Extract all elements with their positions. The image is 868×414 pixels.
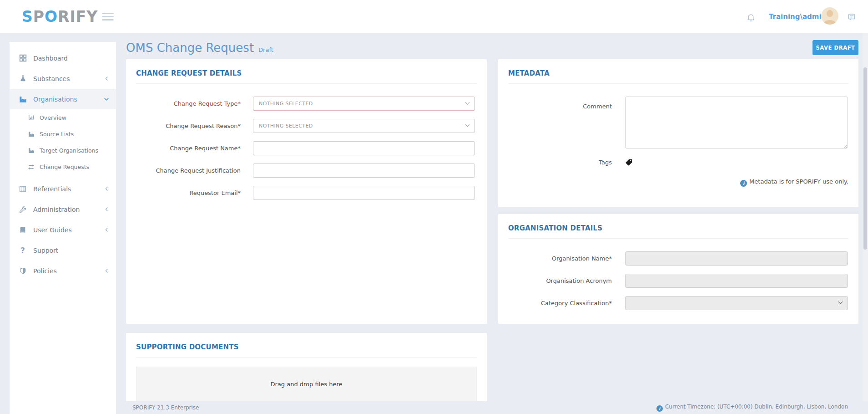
factory-icon <box>27 130 35 138</box>
panel-title: METADATA <box>508 69 848 77</box>
factory-icon <box>18 95 27 104</box>
sidebar-item-organisations[interactable]: Organisations <box>10 89 116 109</box>
list-table-icon <box>18 184 27 194</box>
sidebar-item-administration[interactable]: Administration <box>10 199 116 220</box>
sidebar-item-policies[interactable]: Policies <box>10 261 116 281</box>
select-value: NOTHING SELECTED <box>259 123 313 129</box>
change-request-justification-input[interactable] <box>253 164 475 178</box>
chevron-down-icon <box>465 123 470 127</box>
top-header: SPORIFY Training\admin <box>0 0 868 33</box>
sidebar-subitem-label: Source Lists <box>40 131 74 138</box>
field-label-organisation-name: Organisation Name* <box>508 255 612 262</box>
divider <box>136 83 477 84</box>
sidebar-subitem-source-lists[interactable]: Source Lists <box>10 126 116 142</box>
sidebar-subitem-target-organisations[interactable]: Target Organisations <box>10 142 116 158</box>
factory-icon <box>27 147 35 154</box>
metadata-panel: METADATA Comment Tags iMetadata is for S… <box>498 59 858 207</box>
chevron-down-icon <box>104 97 109 102</box>
menu-toggle-icon[interactable] <box>102 13 114 22</box>
change-request-reason-select[interactable]: NOTHING SELECTED <box>253 119 475 133</box>
panel-title: SUPPORTING DOCUMENTS <box>136 343 477 351</box>
field-label-change-request-reason: Change Request Reason* <box>136 123 241 129</box>
field-label-comment: Comment <box>508 97 612 110</box>
chevron-left-icon <box>104 186 109 191</box>
sidebar-subitem-label: Change Requests <box>40 164 89 170</box>
sidebar-item-label: Administration <box>33 206 80 213</box>
tag-icon[interactable] <box>625 158 633 166</box>
footer-version: SPORIFY 21.3 Enterprise <box>132 404 199 411</box>
page-title: OMS Change RequestDraft <box>126 41 273 55</box>
shield-icon <box>18 266 27 276</box>
footer-bar: SPORIFY 21.3 Enterprise iCurrent Timezon… <box>116 401 868 414</box>
sidebar-item-label: Support <box>33 247 58 254</box>
sidebar-subitem-overview[interactable]: Overview <box>10 109 116 126</box>
chevron-down-icon <box>465 100 470 105</box>
comment-textarea[interactable] <box>625 97 848 148</box>
requestor-email-input[interactable] <box>253 186 475 200</box>
field-label-change-request-name: Change Request Name* <box>136 145 241 152</box>
sidebar-item-referentials[interactable]: Referentials <box>10 179 116 199</box>
field-label-tags: Tags <box>508 159 612 166</box>
sidebar-item-label: Policies <box>33 267 57 275</box>
sidebar-item-support[interactable]: ? Support <box>10 240 116 261</box>
sidebar-item-dashboard[interactable]: Dashboard <box>10 48 116 68</box>
chevron-left-icon <box>104 207 109 212</box>
category-classification-select <box>625 296 848 310</box>
divider <box>136 357 477 358</box>
field-label-organisation-acronym: Organisation Acronym <box>508 277 612 284</box>
chevron-left-icon <box>104 76 109 81</box>
sidebar-subitem-label: Target Organisations <box>40 147 98 154</box>
sidebar-subitem-label: Overview <box>40 114 66 121</box>
feedback-chat-icon[interactable] <box>847 13 856 21</box>
organisation-details-panel: ORGANISATION DETAILS Organisation Name* … <box>498 214 858 324</box>
field-label-change-request-type: Change Request Type* <box>136 100 241 107</box>
sidebar-item-label: User Guides <box>33 226 72 234</box>
change-request-name-input[interactable] <box>253 141 475 155</box>
scrollbar-track <box>863 33 868 401</box>
select-value: NOTHING SELECTED <box>259 101 313 107</box>
sidebar-item-label: Referentials <box>33 185 71 193</box>
sidebar-item-label: Substances <box>33 75 70 82</box>
dropzone-text: Drag and drop files here <box>271 381 343 388</box>
field-label-category-classification: Category Classification* <box>508 300 612 307</box>
avatar[interactable] <box>821 7 838 25</box>
metadata-note-text: Metadata is for SPORIFY use only. <box>749 178 848 185</box>
flask-icon <box>18 74 27 83</box>
logo-seg: S <box>22 8 33 26</box>
chevron-down-icon <box>838 300 843 304</box>
sidebar-subitem-change-requests[interactable]: Change Requests <box>10 158 116 175</box>
organisation-name-input <box>625 251 848 266</box>
footer-timezone-text: Current Timezone: (UTC+00:00) Dublin, Ed… <box>665 404 848 410</box>
logo-seg: RIFY <box>58 8 98 26</box>
footer-timezone: iCurrent Timezone: (UTC+00:00) Dublin, E… <box>656 404 848 412</box>
book-icon <box>18 225 27 235</box>
wrench-icon <box>18 205 27 214</box>
sidebar-item-user-guides[interactable]: User Guides <box>10 220 116 240</box>
change-request-type-select[interactable]: NOTHING SELECTED <box>253 97 475 111</box>
info-icon: i <box>656 405 663 412</box>
field-label-change-request-justification: Change Request Justification <box>136 167 241 174</box>
sidebar-item-substances[interactable]: Substances <box>10 68 116 89</box>
sidebar-nav: Dashboard Substances Organisations Overv… <box>10 42 116 414</box>
divider <box>508 238 848 239</box>
question-mark-icon: ? <box>18 246 27 255</box>
organisation-acronym-input <box>625 274 848 288</box>
user-menu[interactable]: Training\admin <box>769 13 826 21</box>
chevron-left-icon <box>104 227 109 232</box>
sporify-logo[interactable]: SPORIFY <box>22 0 98 33</box>
notifications-bell-icon[interactable] <box>746 12 756 23</box>
sidebar-item-label: Dashboard <box>33 55 68 62</box>
swap-arrows-icon <box>27 163 35 171</box>
info-icon: i <box>740 180 747 187</box>
panel-title: ORGANISATION DETAILS <box>508 224 848 232</box>
change-request-details-panel: CHANGE REQUEST DETAILS Change Request Ty… <box>126 59 487 324</box>
panel-title: CHANGE REQUEST DETAILS <box>136 69 477 77</box>
status-badge: Draft <box>258 46 273 53</box>
divider <box>508 83 848 84</box>
page-title-text: OMS Change Request <box>126 41 254 55</box>
bar-chart-icon <box>27 114 35 122</box>
scrollbar-thumb[interactable] <box>863 67 867 250</box>
logo-seg: O <box>45 8 58 26</box>
save-draft-button[interactable]: SAVE DRAFT <box>812 40 858 55</box>
field-label-requestor-email: Requestor Email* <box>136 189 241 196</box>
